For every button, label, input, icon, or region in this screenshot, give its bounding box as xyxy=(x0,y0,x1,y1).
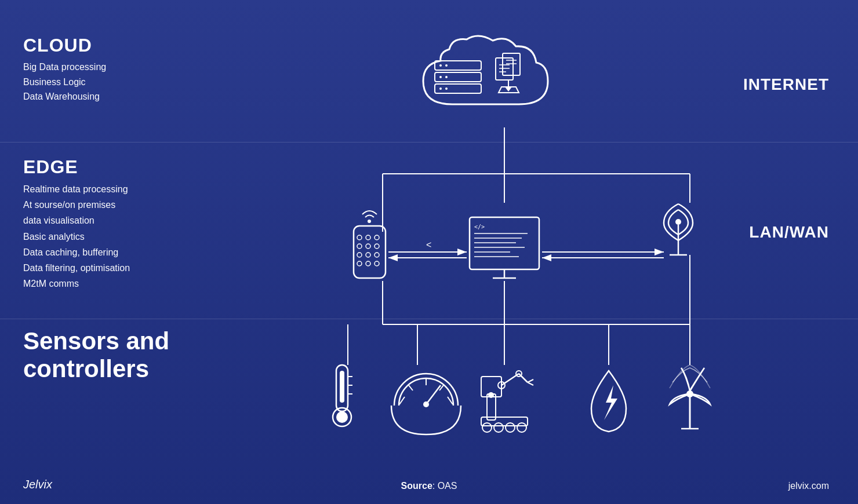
svg-point-38 xyxy=(375,261,379,266)
svg-point-37 xyxy=(366,261,370,266)
svg-line-90 xyxy=(519,374,528,382)
cloud-description: Big Data processing Business Logic Data … xyxy=(23,60,106,104)
svg-point-27 xyxy=(357,235,362,240)
sensors-title: Sensors andcontrollers xyxy=(23,327,169,384)
svg-line-91 xyxy=(528,379,533,382)
svg-rect-81 xyxy=(481,417,528,426)
antenna-icon xyxy=(664,204,693,255)
source-label: Source xyxy=(401,481,432,491)
svg-line-92 xyxy=(528,382,533,385)
svg-line-77 xyxy=(409,385,413,390)
svg-point-32 xyxy=(375,244,379,249)
svg-point-6 xyxy=(445,64,448,67)
footer-source: Source: OAS xyxy=(401,481,457,491)
svg-point-10 xyxy=(445,87,448,90)
svg-point-36 xyxy=(357,261,362,266)
svg-point-82 xyxy=(482,423,492,432)
svg-text:</>: </> xyxy=(474,224,485,230)
svg-point-30 xyxy=(357,244,362,249)
gauge-icon xyxy=(391,374,461,434)
footer-website: jelvix.com xyxy=(788,481,829,491)
svg-point-50 xyxy=(675,219,681,225)
svg-text:<: < xyxy=(426,240,431,250)
svg-point-5 xyxy=(439,64,442,67)
svg-rect-68 xyxy=(340,371,344,403)
svg-point-9 xyxy=(439,87,442,90)
svg-point-83 xyxy=(494,423,503,432)
sensors-section: Sensors andcontrollers xyxy=(23,327,169,384)
svg-point-7 xyxy=(439,76,442,78)
wind-turbine-icon xyxy=(670,365,710,429)
svg-point-28 xyxy=(366,235,370,240)
edge-computer-icon: </> xyxy=(470,217,539,278)
cloud-title: CLOUD xyxy=(23,35,106,56)
remote-control-icon xyxy=(354,211,386,278)
svg-rect-26 xyxy=(354,226,386,278)
edge-title: EDGE xyxy=(23,156,130,178)
svg-point-34 xyxy=(366,253,370,257)
svg-point-35 xyxy=(375,253,379,257)
svg-point-84 xyxy=(506,423,515,432)
edge-section: EDGE Realtime data processing At sourse/… xyxy=(23,156,130,291)
cloud-section: CLOUD Big Data processing Business Logic… xyxy=(23,35,106,104)
diagram: </> xyxy=(220,12,777,481)
svg-marker-19 xyxy=(505,87,512,92)
source-value: OAS xyxy=(438,481,457,491)
svg-point-8 xyxy=(445,76,448,78)
svg-point-70 xyxy=(336,411,348,423)
svg-rect-11 xyxy=(496,58,513,80)
edge-description: Realtime data processing At sourse/on pr… xyxy=(23,181,130,291)
svg-point-80 xyxy=(423,401,429,407)
svg-line-79 xyxy=(426,385,441,404)
svg-point-85 xyxy=(517,423,526,432)
footer-brand: Jelvix xyxy=(23,478,52,491)
robot-arm-icon xyxy=(481,371,533,432)
svg-point-29 xyxy=(375,235,379,240)
svg-point-39 xyxy=(368,220,371,223)
svg-point-31 xyxy=(366,244,370,249)
svg-point-88 xyxy=(488,392,494,398)
main-container: CLOUD Big Data processing Business Logic… xyxy=(0,0,858,504)
thermometer-icon xyxy=(333,365,352,426)
svg-point-33 xyxy=(357,253,362,257)
energy-drop-icon xyxy=(591,371,626,432)
